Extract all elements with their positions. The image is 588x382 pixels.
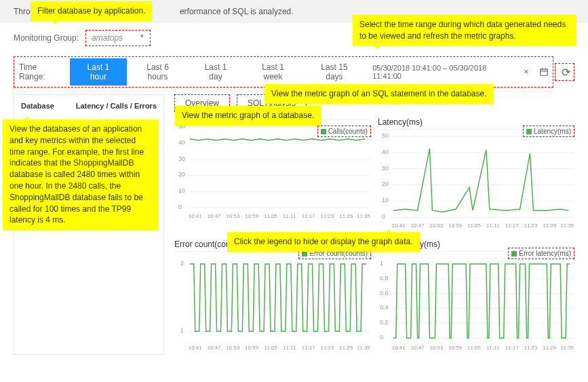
db-col-metrics: Latency / Calls / Errors (76, 102, 157, 110)
svg-text:11:35: 11:35 (560, 345, 574, 351)
svg-text:11:29: 11:29 (543, 223, 556, 229)
svg-text:10:53: 10:53 (226, 213, 239, 219)
legend-latency[interactable]: Latency(ms) (523, 126, 574, 137)
close-icon[interactable]: × (519, 64, 534, 80)
refresh-icon[interactable]: ⟳ (557, 64, 574, 80)
svg-text:0.8: 0.8 (380, 275, 388, 282)
svg-text:11:05: 11:05 (467, 223, 481, 229)
annotation-legend-click: Click the legend to hide or display the … (227, 232, 420, 252)
svg-text:10: 10 (178, 187, 185, 194)
svg-text:11:17: 11:17 (505, 345, 519, 351)
calendar-icon[interactable] (536, 64, 551, 80)
annotation-filter-app: Filter database by application. (31, 1, 152, 21)
svg-text:11:35: 11:35 (357, 345, 370, 351)
svg-text:11:11: 11:11 (486, 223, 500, 229)
time-btn-1w[interactable]: Last 1 week (243, 58, 303, 85)
svg-text:10:53: 10:53 (429, 223, 443, 229)
svg-text:2: 2 (180, 260, 184, 267)
description-prefix: Thro (14, 7, 31, 16)
svg-text:10:47: 10:47 (411, 223, 425, 229)
time-btn-15d[interactable]: Last 15 days (303, 58, 366, 85)
monitoring-group-label: Monitoring Group: (14, 33, 79, 43)
time-range-label: Time Range: (16, 62, 63, 81)
legend-latency-label: Latency(ms) (534, 128, 571, 135)
time-btn-1d[interactable]: Last 1 day (189, 58, 243, 85)
svg-text:11:17: 11:17 (302, 213, 315, 219)
svg-text:40: 40 (178, 139, 185, 146)
svg-text:0: 0 (178, 204, 182, 210)
svg-text:11:23: 11:23 (321, 345, 334, 351)
svg-text:11:35: 11:35 (357, 213, 370, 219)
svg-text:11:11: 11:11 (283, 213, 296, 219)
svg-text:10:59: 10:59 (245, 213, 258, 219)
svg-text:0: 0 (382, 213, 385, 220)
svg-text:10:47: 10:47 (411, 345, 425, 351)
svg-text:50: 50 (382, 132, 389, 139)
svg-rect-0 (540, 69, 547, 75)
legend-square-icon (511, 251, 517, 256)
svg-text:11:11: 11:11 (283, 345, 296, 351)
chart-latency: Latency(ms) Latency(ms) 50403020100 10:4… (378, 117, 574, 233)
svg-text:11:35: 11:35 (560, 223, 574, 229)
legend-square-icon (321, 129, 326, 134)
svg-text:11:17: 11:17 (505, 223, 519, 229)
svg-text:11:05: 11:05 (264, 213, 277, 219)
svg-text:11:05: 11:05 (264, 345, 277, 351)
annotation-sql-view: View the metric graph of an SQL statemen… (264, 84, 494, 104)
svg-text:10:41: 10:41 (392, 345, 406, 351)
db-col-database: Database (21, 102, 54, 110)
svg-text:11:05: 11:05 (467, 345, 481, 351)
description-suffix: erformance of SQL is analyzed. (180, 7, 294, 16)
chart-error-count: Error count(counts) Error count(counts) … (174, 240, 371, 355)
svg-text:11:29: 11:29 (339, 345, 353, 351)
svg-text:1: 1 (380, 260, 383, 267)
svg-text:10:59: 10:59 (245, 345, 258, 351)
svg-text:11:17: 11:17 (302, 345, 315, 351)
monitoring-group-dropdown[interactable]: amatops (85, 30, 151, 46)
svg-text:10:53: 10:53 (226, 345, 239, 351)
svg-text:11:23: 11:23 (321, 213, 334, 219)
svg-text:0.4: 0.4 (380, 304, 388, 311)
svg-text:20: 20 (178, 171, 185, 178)
svg-text:10:59: 10:59 (448, 223, 462, 229)
svg-text:30: 30 (178, 155, 185, 162)
legend-error-latency-label: Error latency(ms) (519, 250, 571, 257)
svg-text:1: 1 (180, 327, 184, 334)
svg-text:10:41: 10:41 (392, 223, 406, 229)
legend-calls[interactable]: Calls(counts) (317, 126, 371, 137)
svg-text:10:47: 10:47 (208, 345, 221, 351)
legend-square-icon (526, 129, 532, 134)
svg-text:0.6: 0.6 (380, 290, 388, 297)
legend-error-latency[interactable]: Error latency(ms) (508, 248, 574, 259)
svg-text:10:41: 10:41 (189, 213, 202, 219)
svg-text:10:41: 10:41 (189, 345, 202, 351)
svg-text:0.2: 0.2 (380, 319, 388, 326)
svg-text:40: 40 (382, 149, 389, 155)
date-range-text: 05/30/2018 10:41:00 – 05/30/2018 11:41:0… (366, 60, 516, 84)
svg-text:10:53: 10:53 (429, 345, 443, 351)
svg-text:10: 10 (382, 197, 389, 204)
svg-text:11:29: 11:29 (339, 213, 353, 219)
svg-text:20: 20 (382, 180, 389, 187)
svg-text:10:47: 10:47 (208, 213, 221, 219)
time-btn-6h[interactable]: Last 6 hours (127, 58, 188, 85)
svg-text:11:11: 11:11 (486, 345, 500, 351)
svg-text:0: 0 (380, 334, 383, 341)
svg-text:10:59: 10:59 (448, 345, 462, 351)
svg-text:11:29: 11:29 (543, 345, 556, 351)
chart-calls: Calls(counts) 50403020100 10:4110:4710:5… (174, 117, 371, 233)
svg-text:11:23: 11:23 (524, 223, 538, 229)
time-btn-1h[interactable]: Last 1 hour (70, 58, 128, 85)
annotation-time-range: Select the time range during which data … (353, 15, 576, 46)
svg-text:30: 30 (382, 165, 389, 172)
annotation-db-view: View the metric graph of a database. (175, 106, 321, 126)
legend-calls-label: Calls(counts) (328, 128, 368, 135)
chart-error-latency: Error latency(ms) Error latency(ms) 10.8… (378, 240, 574, 355)
svg-text:11:23: 11:23 (524, 345, 538, 351)
annotation-db-list: View the databases of an application and… (3, 119, 159, 230)
